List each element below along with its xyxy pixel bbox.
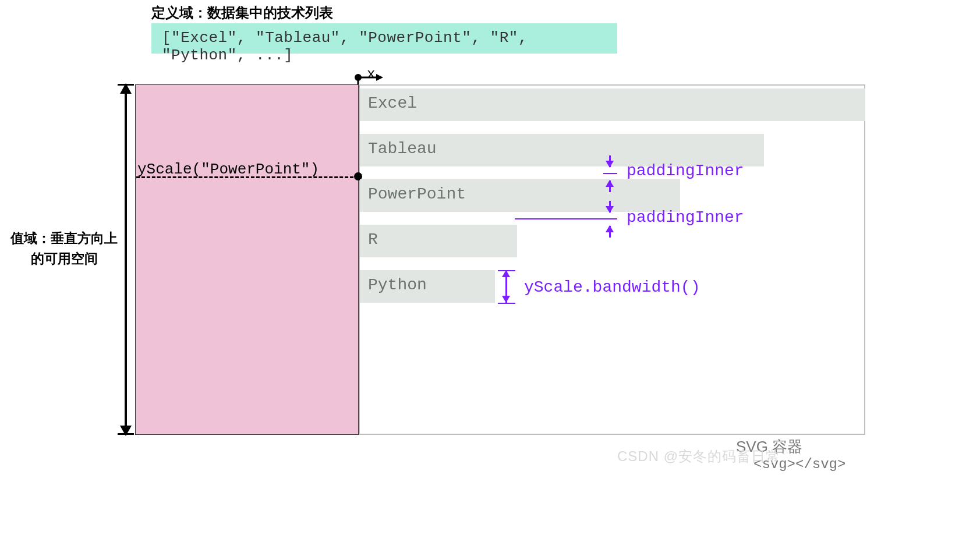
range-label-line1: 值域：垂直方向上: [10, 231, 118, 246]
svg-marker-2: [376, 74, 383, 81]
paddinginner-arrow-2-down: [609, 201, 611, 212]
range-label-line2: 的可用空间: [31, 251, 98, 266]
range-label: 值域：垂直方向上 的可用空间: [7, 228, 121, 268]
bar-r: R: [360, 225, 517, 257]
paddinginner-line-1: [603, 173, 617, 174]
range-panel: [135, 84, 359, 435]
yscale-call-label: yScale("PowerPoint"): [137, 161, 319, 178]
bandwidth-label: yScale.bandwidth(): [524, 278, 700, 296]
paddinginner-line-2: [515, 218, 617, 219]
bandwidth-cap-bottom: [498, 303, 515, 304]
paddinginner-label-1: paddingInner: [627, 162, 744, 180]
paddinginner-arrow-1-down: [609, 155, 611, 167]
bar-powerpoint: PowerPoint: [360, 179, 680, 212]
domain-heading: 定义域：数据集中的技术列表: [151, 3, 333, 22]
paddinginner-arrow-2-up: [609, 226, 611, 238]
bar-python: Python: [360, 270, 495, 303]
bandwidth-arrow: [505, 270, 507, 303]
domain-list: ["Excel", "Tableau", "PowerPoint", "R", …: [151, 23, 617, 54]
watermark: CSDN @安冬的码畜日常: [617, 447, 780, 466]
range-arrow: [125, 84, 127, 435]
yscale-dashed-line: [136, 176, 359, 178]
axis-x-label: x: [367, 66, 375, 82]
paddinginner-arrow-1-up: [609, 180, 611, 192]
bar-excel: Excel: [360, 88, 865, 121]
range-arrow-cap-bottom: [118, 433, 134, 435]
paddinginner-label-2: paddingInner: [627, 208, 744, 226]
